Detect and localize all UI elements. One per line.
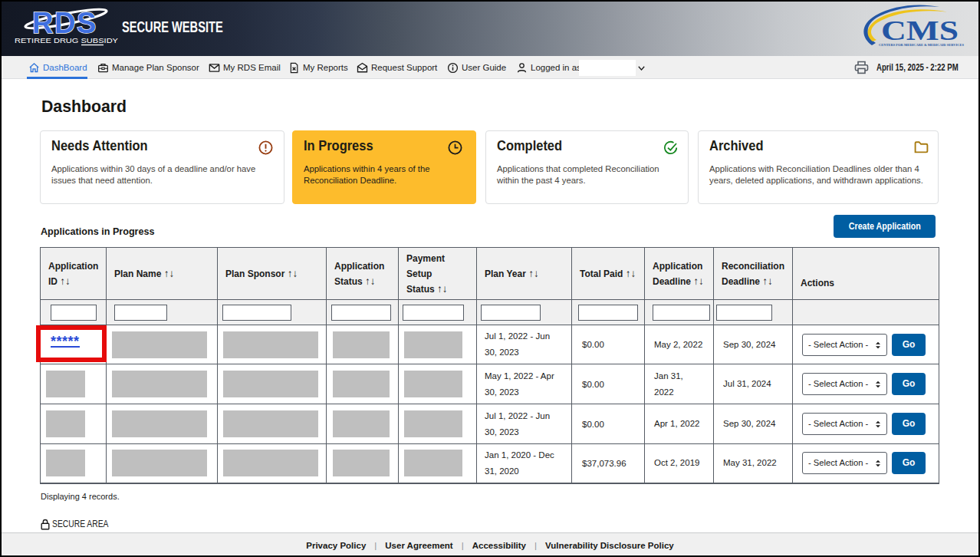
svg-text:CMS: CMS — [881, 16, 959, 46]
svg-text:CENTERS FOR MEDICARE & MEDICAI: CENTERS FOR MEDICARE & MEDICAID SERVICES — [879, 43, 964, 47]
svg-text:RETIREE DRUG SUBSIDY: RETIREE DRUG SUBSIDY — [15, 37, 118, 44]
svg-text:RDS: RDS — [32, 7, 97, 39]
